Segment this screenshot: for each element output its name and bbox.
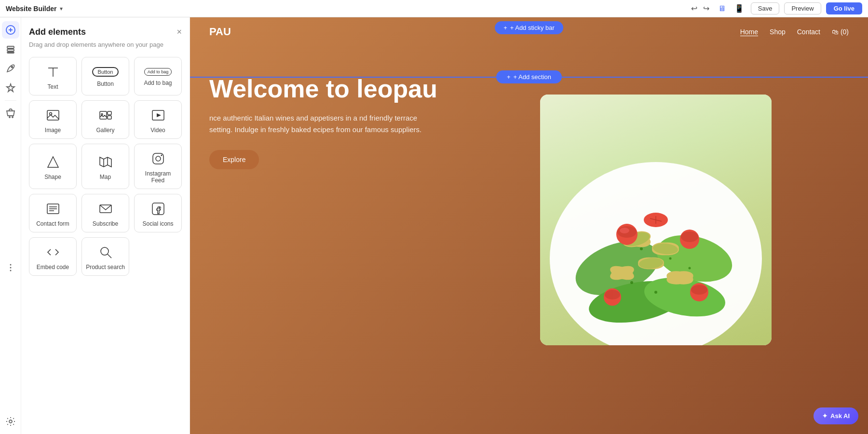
svg-point-6 xyxy=(11,67,13,68)
plus-icon: + xyxy=(503,24,507,31)
svg-rect-5 xyxy=(7,52,14,53)
image-icon xyxy=(45,108,61,123)
elements-grid: Text Button Button Add to bag Add to bag xyxy=(29,57,182,276)
canvas-area: + + Add sticky bar PAU Home Shop Contact… xyxy=(190,17,868,434)
sidebar-item-ai[interactable] xyxy=(2,79,19,96)
ask-ai-button[interactable]: ✦ Ask AI xyxy=(814,407,858,424)
shape-icon xyxy=(45,154,61,170)
svg-point-73 xyxy=(654,291,657,294)
golive-button[interactable]: Go live xyxy=(826,2,862,14)
svg-point-70 xyxy=(669,258,672,260)
hero-content: Welcome to leopau nce authentic Italian … xyxy=(209,75,441,169)
svg-point-61 xyxy=(681,231,698,242)
mobile-view-button[interactable]: 📱 xyxy=(732,2,746,15)
element-button-label: Button xyxy=(97,81,114,87)
site-preview: + + Add sticky bar PAU Home Shop Contact… xyxy=(190,17,868,434)
desktop-view-button[interactable]: 🖥 xyxy=(716,2,728,15)
element-image[interactable]: Image xyxy=(29,100,77,139)
sidebar-item-add-elements[interactable] xyxy=(2,21,19,39)
brand-name: Website Builder xyxy=(6,5,57,13)
add-sticky-bar-button[interactable]: + + Add sticky bar xyxy=(495,21,563,34)
nav-link-shop[interactable]: Shop xyxy=(770,28,786,36)
element-gallery[interactable]: Gallery xyxy=(81,100,129,139)
sidebar-item-store[interactable] xyxy=(2,105,19,122)
element-map-label: Map xyxy=(100,174,111,180)
preview-button[interactable]: Preview xyxy=(784,2,821,14)
svg-point-37 xyxy=(101,247,108,255)
element-text[interactable]: Text xyxy=(29,57,77,95)
element-image-label: Image xyxy=(45,127,61,134)
svg-marker-24 xyxy=(48,157,58,167)
element-button[interactable]: Button Button xyxy=(81,57,129,95)
topbar-right: ↩ ↪ 🖥 📱 Save Preview Go live xyxy=(689,2,862,15)
sidebar-item-layers[interactable] xyxy=(2,41,19,58)
topbar-left: Website Builder ▾ xyxy=(6,5,63,13)
food-image xyxy=(540,95,772,345)
brand-chevron: ▾ xyxy=(60,5,63,12)
button-icon: Button xyxy=(92,67,119,77)
element-shape-label: Shape xyxy=(44,174,61,180)
hero-explore-button[interactable]: Explore xyxy=(209,150,259,169)
svg-point-11 xyxy=(10,267,11,268)
svg-rect-3 xyxy=(7,46,14,48)
svg-point-71 xyxy=(630,281,633,284)
panel-close-button[interactable]: × xyxy=(176,27,182,37)
svg-point-59 xyxy=(620,228,629,233)
add-to-bag-icon: Add to bag xyxy=(144,68,172,76)
element-contact-form[interactable]: Contact form xyxy=(29,194,77,232)
site-nav-links: Home Shop Contact 🛍 (0) xyxy=(740,28,849,36)
svg-rect-4 xyxy=(7,49,14,51)
add-section-label: + Add section xyxy=(514,73,551,81)
element-add-to-bag-label: Add to bag xyxy=(144,80,172,86)
element-video[interactable]: Video xyxy=(134,100,182,139)
svg-point-8 xyxy=(9,117,10,118)
contact-form-icon xyxy=(45,201,61,217)
ai-star-icon: ✦ xyxy=(822,412,827,420)
food-illustration xyxy=(540,95,772,345)
element-subscribe[interactable]: Subscribe xyxy=(81,194,129,232)
undo-button[interactable]: ↩ xyxy=(689,2,699,15)
element-embed-code[interactable]: Embed code xyxy=(29,237,77,276)
element-instagram-feed[interactable]: Instagram Feed xyxy=(134,144,182,189)
cart-icon[interactable]: 🛍 (0) xyxy=(832,28,849,36)
social-icons-icon xyxy=(150,201,166,217)
svg-rect-36 xyxy=(152,203,164,215)
main-area: Add elements × Drag and drop elements an… xyxy=(0,17,868,434)
add-section-bar: + + Add section xyxy=(190,70,868,83)
topbar: Website Builder ▾ ↩ ↪ 🖥 📱 Save Preview G… xyxy=(0,0,868,17)
svg-point-29 xyxy=(156,156,161,161)
panel-title: Add elements xyxy=(29,27,86,37)
element-add-to-bag[interactable]: Add to bag Add to bag xyxy=(134,57,182,95)
addtobag-pill: Add to bag xyxy=(144,68,172,76)
svg-marker-25 xyxy=(100,157,111,167)
video-icon xyxy=(150,108,166,123)
element-shape[interactable]: Shape xyxy=(29,144,77,189)
element-gallery-label: Gallery xyxy=(96,127,114,134)
element-product-search[interactable]: Product search xyxy=(81,237,129,276)
undo-redo-group: ↩ ↪ xyxy=(689,2,711,15)
svg-marker-7 xyxy=(7,84,14,92)
element-map[interactable]: Map xyxy=(81,144,129,189)
svg-rect-16 xyxy=(47,110,59,120)
save-button[interactable]: Save xyxy=(751,2,780,14)
redo-button[interactable]: ↪ xyxy=(701,2,711,15)
panel-header: Add elements × xyxy=(29,27,182,37)
nav-link-contact[interactable]: Contact xyxy=(797,28,820,36)
nav-link-home[interactable]: Home xyxy=(740,28,758,36)
element-social-icons[interactable]: Social icons xyxy=(134,194,182,232)
svg-point-10 xyxy=(10,264,11,265)
panel-subtitle: Drag and drop elements anywhere on your … xyxy=(29,41,182,48)
element-contact-form-label: Contact form xyxy=(36,220,69,227)
button-pill: Button xyxy=(92,67,119,77)
text-icon xyxy=(45,64,61,80)
sidebar-item-design[interactable] xyxy=(2,60,19,77)
element-text-label: Text xyxy=(47,83,58,90)
add-section-button[interactable]: + + Add section xyxy=(496,70,562,83)
sidebar-item-settings[interactable] xyxy=(2,413,19,430)
sidebar-separator xyxy=(5,100,16,101)
element-product-search-label: Product search xyxy=(86,264,125,271)
embed-code-icon xyxy=(45,244,61,260)
svg-point-30 xyxy=(161,155,162,156)
sidebar-item-more[interactable] xyxy=(2,259,19,276)
gallery-icon xyxy=(98,108,113,123)
